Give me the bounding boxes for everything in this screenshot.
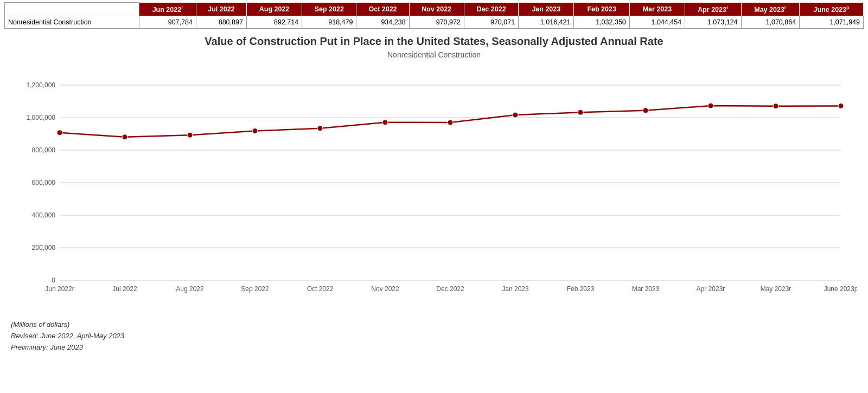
svg-text:Sep 2022: Sep 2022: [241, 285, 269, 293]
svg-text:Jan 2023: Jan 2023: [502, 285, 529, 293]
table-header-cell: Jun 2022r: [139, 3, 196, 16]
page-wrapper: Jun 2022rJul 2022Aug 2022Sep 2022Oct 202…: [0, 0, 868, 358]
footer-line3: Preliminary: June 2023: [11, 342, 857, 353]
svg-point-31: [317, 126, 323, 131]
table-data-cell: 934,238: [356, 16, 409, 29]
table-header-cell: Feb 2023: [574, 3, 629, 16]
svg-text:Dec 2022: Dec 2022: [436, 285, 464, 293]
chart-svg-wrapper: 0200,000400,000600,000800,0001,000,0001,…: [11, 63, 857, 315]
footer-notes: (Millions of dollars) Revised: June 2022…: [0, 315, 868, 357]
data-table: Jun 2022rJul 2022Aug 2022Sep 2022Oct 202…: [4, 2, 864, 29]
svg-point-39: [838, 104, 844, 109]
svg-text:600,000: 600,000: [32, 179, 56, 186]
svg-text:400,000: 400,000: [32, 211, 56, 219]
svg-point-32: [382, 120, 388, 125]
table-data-cell: 1,016,421: [519, 16, 574, 29]
table-header-cell: Nov 2022: [409, 3, 464, 16]
table-header-cell: Apr 2023r: [685, 3, 741, 16]
svg-point-28: [122, 134, 127, 140]
chart-subtitle: Nonresidential Construction: [11, 50, 857, 59]
svg-point-30: [252, 128, 258, 134]
svg-text:Jul 2022: Jul 2022: [112, 285, 137, 293]
svg-point-36: [643, 108, 648, 113]
table-header-cell: Sep 2022: [302, 3, 356, 16]
table-header-cell: May 2023r: [741, 3, 800, 16]
table-data-cell: 1,071,949: [800, 16, 864, 29]
svg-text:Aug 2022: Aug 2022: [176, 285, 204, 293]
svg-text:Jun 2022r: Jun 2022r: [45, 285, 74, 293]
table-header-cell: Oct 2022: [356, 3, 409, 16]
table-data-cell: 892,714: [246, 16, 302, 29]
chart-container: Value of Construction Put in Place in th…: [0, 29, 868, 315]
row-label: Nonresidential Construction: [5, 16, 139, 29]
svg-text:Feb 2023: Feb 2023: [567, 285, 595, 293]
table-header-cell: Jan 2023: [519, 3, 574, 16]
table-header-cell: Aug 2022: [246, 3, 302, 16]
footer-line2: Revised: June 2022, April-May 2023: [11, 331, 857, 342]
svg-text:1,000,000: 1,000,000: [27, 114, 56, 121]
table-data-cell: 1,073,124: [685, 16, 741, 29]
chart-svg: 0200,000400,000600,000800,0001,000,0001,…: [11, 63, 857, 313]
table-data-cell: 1,070,864: [741, 16, 800, 29]
table-data-cell: 918,479: [302, 16, 356, 29]
table-header-cell: Mar 2023: [629, 3, 685, 16]
table-header-cell: Dec 2022: [464, 3, 518, 16]
svg-point-33: [448, 120, 453, 125]
svg-point-37: [708, 103, 713, 108]
table-data-cell: 970,972: [409, 16, 464, 29]
svg-text:Nov 2022: Nov 2022: [371, 285, 399, 293]
chart-title: Value of Construction Put in Place in th…: [11, 34, 857, 48]
svg-point-35: [578, 109, 583, 115]
svg-text:May 2023r: May 2023r: [761, 285, 792, 293]
svg-point-27: [57, 130, 62, 136]
svg-point-29: [187, 132, 193, 138]
svg-text:Mar 2023: Mar 2023: [632, 285, 660, 293]
svg-text:June 2023p: June 2023p: [824, 285, 857, 293]
svg-text:200,000: 200,000: [32, 244, 56, 252]
svg-text:800,000: 800,000: [32, 146, 56, 154]
table-data-cell: 970,071: [464, 16, 518, 29]
svg-text:1,200,000: 1,200,000: [27, 81, 56, 89]
svg-text:Apr 2023r: Apr 2023r: [697, 285, 725, 293]
svg-text:0: 0: [52, 276, 55, 284]
table-data-cell: 880,897: [196, 16, 246, 29]
table-wrapper: Jun 2022rJul 2022Aug 2022Sep 2022Oct 202…: [0, 0, 868, 29]
table-header-cell: Jul 2022: [196, 3, 246, 16]
table-header-cell: June 2023p: [800, 3, 864, 16]
table-data-cell: 1,032,350: [574, 16, 629, 29]
table-data-cell: 1,044,454: [629, 16, 685, 29]
footer-line1: (Millions of dollars): [11, 319, 857, 331]
svg-point-38: [773, 104, 778, 109]
svg-text:Oct 2022: Oct 2022: [307, 285, 334, 293]
table-data-cell: 907,784: [139, 16, 196, 29]
svg-point-34: [513, 112, 518, 118]
